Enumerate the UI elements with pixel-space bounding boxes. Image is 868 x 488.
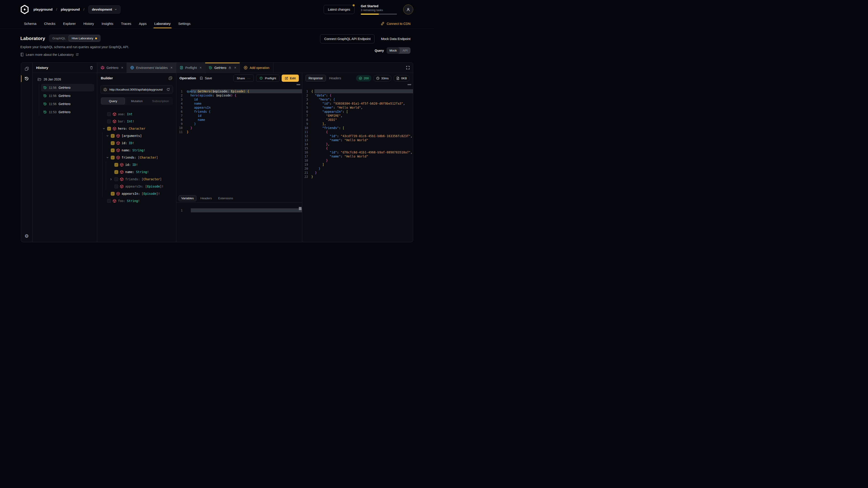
tree-row-id[interactable]: ✓id:ID! <box>97 139 176 147</box>
nav-item-explorer[interactable]: Explorer <box>63 19 76 28</box>
add-operation-button[interactable]: Add operation <box>240 63 273 73</box>
tree-row-id[interactable]: ✓id:ID! <box>97 161 176 168</box>
mock-endpoint-button[interactable]: Mock Data Endpoint <box>381 37 410 41</box>
tree-row-appearsIn[interactable]: ✓appearsIn:[Episode]! <box>97 190 176 197</box>
collapse-builder-button[interactable] <box>168 76 173 80</box>
field-name: name: <box>122 149 131 152</box>
edit-button[interactable]: Edit <box>282 74 299 82</box>
field-checkbox[interactable]: ✓ <box>111 192 115 196</box>
history-item[interactable]: 11:56GetHero <box>41 92 94 100</box>
preflight-button[interactable]: Preflight <box>256 74 279 82</box>
chevron-down-icon[interactable] <box>106 156 109 159</box>
tree-row-friends[interactable]: ✓friends:[Character] <box>97 154 176 161</box>
fullscreen-button[interactable] <box>406 66 410 70</box>
field-checkbox[interactable]: ✓ <box>114 170 118 174</box>
chevron-down-icon[interactable] <box>106 135 109 137</box>
field-checkbox[interactable]: ✓ <box>114 163 118 167</box>
clear-history-button[interactable] <box>90 66 93 70</box>
operation-tab-preflight[interactable]: Preflight× <box>176 63 205 73</box>
history-item[interactable]: 11:53GetHero <box>41 108 94 116</box>
history-item[interactable]: 11:56GetHero <box>41 100 94 108</box>
operation-tab-gethero[interactable]: GetHero× <box>97 63 127 73</box>
field-checkbox[interactable]: ✓ <box>111 156 115 160</box>
operation-tab-gethero[interactable]: GetHero× <box>205 63 240 73</box>
endpoint-url-field[interactable]: http://localhost:3000/api/lab/playground <box>100 85 173 94</box>
refresh-schema-button[interactable] <box>166 88 170 91</box>
toggle-option-mock[interactable]: Mock <box>386 47 400 54</box>
nav-item-schema[interactable]: Schema <box>24 19 36 28</box>
tab-subscription[interactable]: Subscription <box>149 98 172 104</box>
tree-row-foo[interactable]: foo:String! <box>97 197 176 204</box>
tree-row-appearsIn[interactable]: appearsIn:[Episode]! <box>97 183 176 190</box>
nav-item-history[interactable]: History <box>84 19 94 28</box>
history-rail-button[interactable] <box>23 75 31 83</box>
collections-button[interactable] <box>23 65 31 72</box>
breadcrumb-project[interactable]: playground <box>61 7 80 11</box>
tab-response[interactable]: Response <box>305 75 326 82</box>
close-tab-icon[interactable]: × <box>170 66 173 70</box>
nav-item-checks[interactable]: Checks <box>44 19 55 28</box>
breadcrumb-org[interactable]: playground <box>33 7 53 11</box>
connect-endpoint-button[interactable]: Connect GraphQL API Endpoint <box>320 34 375 43</box>
person-icon <box>406 7 410 11</box>
target-selector[interactable]: development <box>88 5 120 13</box>
share-button[interactable]: Share ··· <box>234 74 254 82</box>
latest-changes-button[interactable]: Latest changes <box>324 5 354 14</box>
tab-query[interactable]: Query <box>101 98 125 104</box>
user-avatar[interactable] <box>403 4 413 14</box>
close-tab-icon[interactable]: × <box>234 66 236 70</box>
field-checkbox[interactable]: ✓ <box>111 149 115 152</box>
chevron-right-icon[interactable] <box>110 178 112 181</box>
field-checkbox[interactable] <box>107 112 111 116</box>
close-tab-icon[interactable]: × <box>199 66 202 70</box>
field-checkbox[interactable]: ✓ <box>107 127 111 131</box>
tree-row-name[interactable]: ✓name:String! <box>97 147 176 154</box>
tab-mutation[interactable]: Mutation <box>125 98 149 104</box>
tab-extensions[interactable]: Extensions <box>216 195 236 201</box>
response-code-viewer[interactable]: 1{2 "data": {3 "hero": {4 "id": "9303830… <box>302 84 413 242</box>
get-started-widget[interactable]: Get Started 3 remaining tasks <box>361 4 397 15</box>
line-number: 12 <box>302 134 311 138</box>
line-number: 4 <box>302 101 311 105</box>
variables-editor[interactable]: 1 <box>176 202 302 242</box>
settings-gear-button[interactable]: ⚙ <box>25 233 29 239</box>
nav-item-laboratory[interactable]: Laboratory <box>154 19 170 28</box>
tree-row-aaa[interactable]: aaa:Int <box>97 110 176 118</box>
mode-option-graphiql[interactable]: GraphiQL <box>50 35 69 41</box>
operation-tab-environment-variables[interactable]: Environment Variables× <box>127 63 176 73</box>
history-date-group[interactable]: 26 Jan 2026 <box>36 76 94 82</box>
tab-variables[interactable]: Variables <box>179 195 196 201</box>
field-checkbox[interactable] <box>114 177 118 181</box>
save-operation-button[interactable]: Save <box>199 76 212 80</box>
chevron-down-icon[interactable] <box>103 127 105 130</box>
history-item[interactable]: 11:56GetHero <box>41 84 94 92</box>
operation-code-editor[interactable]: 1query GetHero($episode: Episode) {2 her… <box>176 84 302 194</box>
tree-row-arguments[interactable]: ✓[arguments] <box>97 132 176 139</box>
tab-label: GetHero <box>214 66 226 70</box>
mode-option-hive-laboratory[interactable]: Hive Laboratory <box>68 35 100 41</box>
save-label: Save <box>205 76 212 80</box>
close-tab-icon[interactable]: × <box>121 66 123 70</box>
tree-row-friends[interactable]: friends:[Character] <box>97 175 176 183</box>
field-checkbox[interactable]: ✓ <box>111 141 115 145</box>
tab-headers[interactable]: Headers <box>198 195 214 201</box>
nav-item-settings[interactable]: Settings <box>178 19 191 28</box>
minimap-slider[interactable] <box>299 207 302 210</box>
field-name: appearsIn: <box>125 185 144 188</box>
field-checkbox[interactable] <box>107 120 111 123</box>
tab-response-headers[interactable]: Headers <box>329 76 341 80</box>
field-checkbox[interactable] <box>107 199 111 203</box>
tree-row-bar[interactable]: bar:Int! <box>97 118 176 125</box>
field-checkbox[interactable]: ✓ <box>111 134 115 138</box>
line-number: 10 <box>302 126 311 130</box>
hive-logo-icon[interactable] <box>20 5 29 14</box>
toggle-option-api[interactable]: API <box>400 47 410 54</box>
nav-item-insights[interactable]: Insights <box>102 19 114 28</box>
tree-row-name[interactable]: ✓name:String! <box>97 168 176 175</box>
connect-to-cdn-link[interactable]: Connect to CDN <box>381 22 410 26</box>
nav-item-traces[interactable]: Traces <box>121 19 131 28</box>
learn-more-link[interactable]: Learn more about the Laboratory <box>20 53 129 57</box>
field-checkbox[interactable] <box>114 185 118 188</box>
tree-row-hero[interactable]: ✓hero:Character <box>97 125 176 132</box>
nav-item-apps[interactable]: Apps <box>139 19 147 28</box>
